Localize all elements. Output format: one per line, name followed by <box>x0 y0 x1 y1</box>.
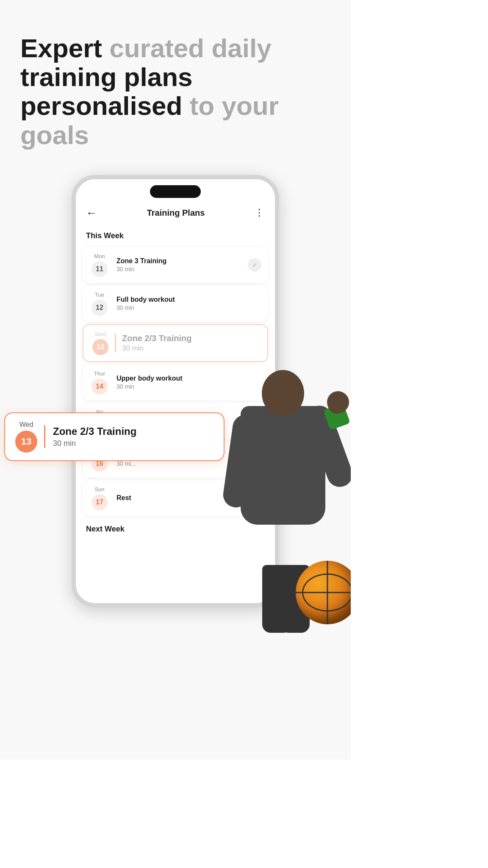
workout-info-mon: Zone 3 Training 30 min <box>116 257 248 273</box>
day-number-thur: 14 <box>92 378 108 395</box>
day-number-sun: 17 <box>92 494 108 510</box>
floating-day-number: 13 <box>15 431 37 453</box>
dynamic-island <box>150 185 201 198</box>
back-button[interactable]: ← <box>86 206 97 220</box>
workout-name-mon: Zone 3 Training <box>116 257 248 265</box>
day-badge-thur: Thur 14 <box>89 370 110 395</box>
person-figure <box>215 370 351 633</box>
person-head <box>262 370 304 417</box>
hero-bold-1: Expert <box>20 33 102 63</box>
hero-bold-2: training plans <box>20 62 192 92</box>
basketball-curve <box>302 573 351 612</box>
day-number-wed: 13 <box>92 339 108 355</box>
day-badge-wed: Wed 13 <box>90 331 111 355</box>
phone-notch <box>76 179 275 200</box>
day-number-tue: 12 <box>92 300 108 316</box>
app-header: ← Training Plans ⋮ <box>76 200 275 225</box>
workout-info-tue: Full body workout 30 min <box>116 296 261 311</box>
wed-divider <box>115 334 116 352</box>
day-badge-sun: Sun 17 <box>89 486 110 510</box>
person-overlay <box>202 336 351 633</box>
hero-muted-1: curated daily <box>102 33 272 63</box>
floating-day-badge: Wed 13 <box>14 421 38 453</box>
day-number-mon: 11 <box>92 261 108 277</box>
floating-divider <box>44 425 45 448</box>
hero-muted-4: goals <box>20 120 89 150</box>
menu-button[interactable]: ⋮ <box>255 207 265 218</box>
page-wrapper: Expert curated daily training plans pers… <box>0 0 351 760</box>
day-badge-tue: Tue 12 <box>89 292 110 316</box>
floating-workout-duration: 30 min <box>53 439 214 448</box>
day-name-thur: Thur <box>94 370 105 377</box>
day-name-wed: Wed <box>95 331 106 337</box>
hero-muted-3: to your <box>182 91 278 120</box>
checkmark-mon: ✓ <box>248 258 261 272</box>
person-body <box>241 406 325 525</box>
hero-section: Expert curated daily training plans pers… <box>0 0 351 167</box>
floating-day-name: Wed <box>19 421 33 428</box>
training-item-tue[interactable]: Tue 12 Full body workout 30 min <box>83 286 268 322</box>
day-name-sun: Sun <box>94 486 104 492</box>
day-name-tue: Tue <box>95 292 104 298</box>
workout-name-tue: Full body workout <box>116 296 261 303</box>
floating-active-card[interactable]: Wed 13 Zone 2/3 Training 30 min <box>4 412 225 461</box>
hero-bold-3: personalised <box>20 91 182 120</box>
phone-section: ← Training Plans ⋮ This Week Mon 11 Zone… <box>0 175 351 633</box>
workout-duration-mon: 30 min <box>116 266 248 273</box>
training-item-mon[interactable]: Mon 11 Zone 3 Training 30 min ✓ <box>83 247 268 283</box>
app-title: Training Plans <box>147 208 205 218</box>
hero-heading: Expert curated daily training plans pers… <box>20 34 330 150</box>
floating-workout-name: Zone 2/3 Training <box>53 426 214 437</box>
day-name-mon: Mon <box>94 253 105 259</box>
workout-duration-tue: 30 min <box>116 304 261 311</box>
this-week-label: This Week <box>76 225 275 245</box>
day-badge-mon: Mon 11 <box>89 253 110 277</box>
floating-workout-info: Zone 2/3 Training 30 min <box>53 426 214 448</box>
